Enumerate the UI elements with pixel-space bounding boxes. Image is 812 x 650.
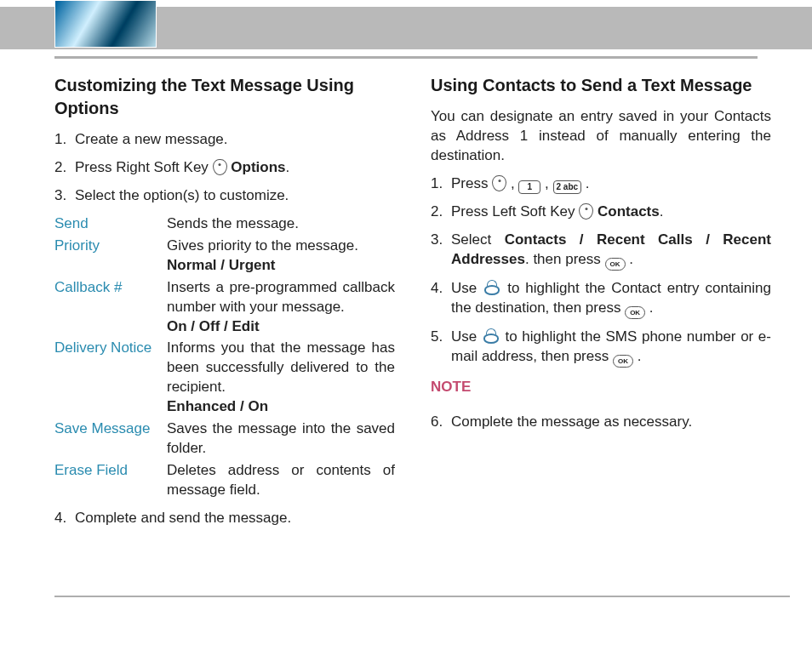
option-label: Save Message [54, 419, 167, 459]
ok-key-icon: OK [625, 306, 645, 319]
text: Inserts a pre-programmed callback number… [167, 279, 395, 315]
nav-key-icon [483, 280, 501, 297]
option-label: Erase Field [54, 461, 167, 500]
bottom-divider [54, 596, 790, 597]
text: Select [451, 231, 505, 248]
option-desc: Deletes address or contents of message f… [167, 461, 395, 500]
option-label: Send [54, 214, 167, 234]
right-steps-continued: 6.Complete the message as necessary. [431, 413, 771, 432]
option-row-callback: Callback # Inserts a pre-programmed call… [54, 278, 395, 337]
option-row-save: Save Message Saves the message into the … [54, 419, 395, 459]
right-step-5: 5.Use to highlight the SMS phone number … [431, 328, 771, 368]
text: Press Right Soft Key [75, 159, 213, 175]
text: Informs you that the message has been su… [167, 339, 395, 395]
left-softkey-icon [579, 203, 593, 220]
text: . then press [525, 251, 605, 267]
phone-key-2-icon: 2 abc [553, 180, 582, 194]
right-step-1: 1.Press , 1 , 2 abc . [431, 174, 771, 194]
option-desc: Gives priority to the message.Normal / U… [167, 237, 395, 276]
text: Create a new message. [75, 131, 228, 147]
left-steps-continued: 4.Complete and send the message. [54, 509, 395, 528]
option-desc: Inserts a pre-programmed callback number… [167, 278, 395, 337]
option-desc: Saves the message into the saved folder. [167, 419, 395, 459]
header-image [54, 0, 157, 48]
text: Complete the message as necessary. [451, 413, 692, 430]
option-label: Delivery Notice [54, 339, 167, 417]
right-step-4: 4.Use to highlight the Contact entry con… [431, 279, 771, 319]
nav-key-icon [482, 328, 500, 345]
right-intro: You can designate an entry saved in your… [431, 107, 771, 166]
text: Complete and send the message. [75, 510, 291, 526]
left-step-4: 4.Complete and send the message. [54, 509, 395, 528]
text: Press [451, 175, 492, 191]
text: Select the option(s) to customize. [75, 187, 289, 203]
option-row-delivery: Delivery Notice Informs you that the mes… [54, 339, 395, 417]
option-row-send: Send Sends the message. [54, 214, 395, 234]
option-desc: Informs you that the message has been su… [167, 339, 395, 417]
softkey-icon [492, 175, 506, 191]
option-label: Priority [54, 237, 167, 276]
left-heading: Customizing the Text Message Using Optio… [54, 74, 395, 120]
right-step-6: 6.Complete the message as necessary. [431, 413, 771, 432]
text: Normal / Urgent [167, 257, 276, 273]
right-column: Using Contacts to Send a Text Message Yo… [431, 74, 771, 537]
left-steps: 1.Create a new message. 2.Press Right So… [54, 130, 395, 206]
right-steps: 1.Press , 1 , 2 abc . 2.Press Left Soft … [431, 174, 771, 368]
header-strip [0, 7, 812, 49]
left-step-1: 1.Create a new message. [54, 130, 395, 150]
text: Contacts [598, 203, 660, 220]
text: On / Off / Edit [167, 318, 260, 334]
options-table: Send Sends the message. Priority Gives p… [54, 214, 395, 500]
phone-key-1-icon: 1 [518, 180, 540, 194]
option-row-priority: Priority Gives priority to the message.N… [54, 237, 395, 276]
text: Use [451, 328, 482, 345]
ok-key-icon: OK [605, 258, 626, 271]
option-row-erase: Erase Field Deletes address or contents … [54, 461, 395, 500]
text: Enhanced / On [167, 398, 268, 414]
ok-key-icon: OK [613, 355, 633, 368]
text: Press Left Soft Key [451, 203, 579, 220]
option-desc: Sends the message. [167, 214, 395, 234]
text: Gives priority to the message. [167, 237, 358, 254]
left-step-3: 3.Select the option(s) to customize. [54, 186, 395, 206]
text: Options [231, 159, 285, 175]
right-softkey-icon [213, 159, 227, 175]
content-columns: Customizing the Text Message Using Optio… [0, 59, 812, 537]
left-column: Customizing the Text Message Using Optio… [54, 74, 395, 537]
option-label: Callback # [54, 278, 167, 337]
right-step-2: 2.Press Left Soft Key Contacts. [431, 202, 771, 222]
right-step-3: 3.Select Contacts / Recent Calls / Recen… [431, 231, 771, 271]
left-step-2: 2.Press Right Soft Key Options. [54, 158, 395, 178]
text: Use [451, 280, 483, 296]
right-heading: Using Contacts to Send a Text Message [431, 74, 771, 97]
note-label: NOTE [431, 378, 771, 397]
